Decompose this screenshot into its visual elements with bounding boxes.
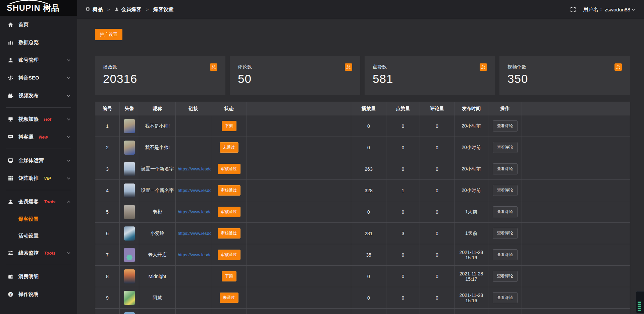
cell-spacer-end	[522, 309, 630, 314]
cell-spacer	[247, 137, 351, 158]
sidebar-item-会员爆客[interactable]: 会员爆客Tools	[0, 193, 77, 211]
cell-comments: 0	[420, 223, 454, 244]
view-comments-button[interactable]: 查看评论	[493, 142, 518, 153]
status-badge[interactable]: 审核通过	[218, 207, 240, 217]
cell-spacer-end	[522, 287, 630, 309]
cell-no: 6	[95, 223, 120, 244]
cell-likes: 0	[386, 266, 420, 287]
status-badge[interactable]: 未通过	[220, 142, 238, 153]
cell-link: https://www.iesdouyin.c	[176, 180, 211, 201]
video-link[interactable]: https://www.iesdouyin.c	[176, 209, 211, 214]
cell-plays: 0	[351, 266, 386, 287]
sidebar-item-操作说明[interactable]: ?操作说明	[0, 285, 77, 303]
cell-link: https://www.iesdouyin.c	[176, 223, 211, 244]
status-badge[interactable]: 下架	[222, 121, 236, 131]
sidebar-item-label: 抖客通	[18, 134, 34, 140]
total-badge: 总	[614, 63, 622, 71]
status-badge[interactable]: 未通过	[220, 293, 238, 303]
column-header-empty	[522, 102, 630, 115]
fullscreen-icon[interactable]	[570, 7, 576, 12]
promotion-settings-button[interactable]: 推广设置	[95, 29, 122, 40]
cell-spacer	[247, 287, 351, 309]
user-icon	[8, 57, 13, 63]
meter-bars-icon	[638, 302, 641, 311]
status-badge[interactable]: 下架	[222, 271, 236, 281]
cell-likes: 1	[386, 180, 420, 201]
cell-action: 查看评论	[488, 266, 522, 287]
table-row: 8Midnight下架0002021-11-28 15:17查看评论	[95, 266, 630, 287]
cell-spacer-end	[522, 201, 630, 223]
cell-spacer	[247, 115, 351, 137]
sidebar-item-抖音SEO[interactable]: 抖音SEO	[0, 69, 77, 87]
sidebar-item-消费明细[interactable]: 消费明细	[0, 268, 77, 285]
avatar	[124, 184, 135, 198]
cell-action	[488, 309, 522, 314]
cell-published: 1天前	[454, 223, 488, 244]
video-link[interactable]: https://www.iesdouyin.c	[176, 252, 211, 257]
avatar	[124, 226, 135, 241]
view-comments-button[interactable]: 查看评论	[493, 163, 518, 174]
cell-avatar	[120, 309, 139, 314]
video-link[interactable]: https://www.iesdouyin.c	[176, 188, 211, 193]
column-header-链接: 链接	[176, 102, 211, 115]
cell-status: 下架	[211, 266, 247, 287]
cell-link	[176, 266, 211, 287]
status-badge[interactable]: 审核通过	[218, 185, 240, 196]
status-badge[interactable]: 审核通过	[218, 250, 240, 260]
cell-nickname: 小爱玲	[139, 223, 176, 244]
stat-card-label: 点赞数	[373, 64, 387, 70]
view-comments-button[interactable]: 查看评论	[493, 228, 518, 239]
status-badge[interactable]: 审核通过	[218, 164, 240, 174]
column-header-状态: 状态	[211, 102, 247, 115]
sidebar-item-首页[interactable]: 首页	[0, 16, 77, 34]
view-comments-button[interactable]: 查看评论	[493, 206, 518, 217]
status-badge[interactable]: 审核通过	[218, 228, 240, 239]
view-comments-button[interactable]: 查看评论	[493, 271, 518, 282]
sidebar-item-线索监控[interactable]: 线索监控Tools	[0, 244, 77, 262]
cell-comments: 0	[420, 287, 454, 309]
sidebar-item-tag: Tools	[44, 251, 55, 256]
breadcrumb-item[interactable]: 会员爆客	[115, 6, 142, 13]
table-row: 1我不是小帅!下架00020小时前查看评论	[95, 115, 630, 137]
cell-status	[211, 309, 247, 314]
table-row: 6小爱玲https://www.iesdouyin.c审核通过281301天前查…	[95, 223, 630, 244]
sidebar-subitem-活动设置[interactable]: 活动设置	[0, 227, 77, 244]
video-link[interactable]: https://www.iesdouyin.c	[176, 166, 211, 171]
view-comments-button[interactable]: 查看评论	[493, 185, 518, 196]
sidebar-item-全媒体运营[interactable]: 全媒体运营	[0, 152, 77, 169]
home-icon	[8, 22, 13, 28]
cell-action: 查看评论	[488, 244, 522, 266]
cell-status: 下架	[211, 115, 247, 137]
user-menu[interactable]: 用户名：zswodun88	[583, 6, 635, 13]
video-link[interactable]: https://www.iesdouyin.c	[176, 231, 211, 236]
cell-nickname: 老人开店	[139, 244, 176, 266]
view-comments-button[interactable]: 查看评论	[493, 120, 518, 132]
breadcrumb-item[interactable]: 树品	[86, 6, 103, 13]
breadcrumb-item[interactable]: 爆客设置	[153, 6, 173, 13]
stat-cards: 播放数总20316评论数总50点赞数总581视频个数总350	[95, 56, 630, 95]
chevron-down-icon	[67, 95, 70, 97]
sidebar-item-label: 全媒体运营	[18, 157, 44, 164]
sidebar-item-视频发布[interactable]: 视频发布	[0, 87, 77, 105]
view-comments-button[interactable]: 查看评论	[493, 292, 518, 303]
sidebar-item-矩阵助推[interactable]: 矩阵助推VIP	[0, 169, 77, 187]
cell-no: 8	[95, 266, 120, 287]
videos-table-wrap: 编号头像昵称链接状态播放量点赞量评论量发布时间操作1我不是小帅!下架00020小…	[95, 102, 630, 314]
sidebar-subitem-爆客设置[interactable]: 爆客设置	[0, 211, 77, 227]
stat-card-label: 评论数	[238, 64, 252, 70]
sidebar-item-抖客通[interactable]: 抖客通New	[0, 128, 77, 146]
monitor-icon	[8, 158, 13, 163]
sidebar-item-账号管理[interactable]: 账号管理	[0, 51, 77, 69]
sidebar-item-视频加热[interactable]: 视频加热Hot	[0, 110, 77, 128]
videos-table: 编号头像昵称链接状态播放量点赞量评论量发布时间操作1我不是小帅!下架00020小…	[95, 102, 630, 314]
column-header-empty	[247, 102, 351, 115]
floating-meter-widget[interactable]	[636, 291, 644, 313]
sidebar-item-label: 操作说明	[18, 291, 39, 298]
chevron-down-icon	[67, 77, 70, 79]
column-header-操作: 操作	[488, 102, 522, 115]
gear-icon	[8, 75, 13, 81]
sidebar-item-数据总览[interactable]: 数据总览	[0, 34, 77, 51]
chevron-down-icon	[67, 136, 70, 138]
view-comments-button[interactable]: 查看评论	[493, 249, 518, 260]
sidebar-item-label: 视频发布	[18, 93, 39, 99]
